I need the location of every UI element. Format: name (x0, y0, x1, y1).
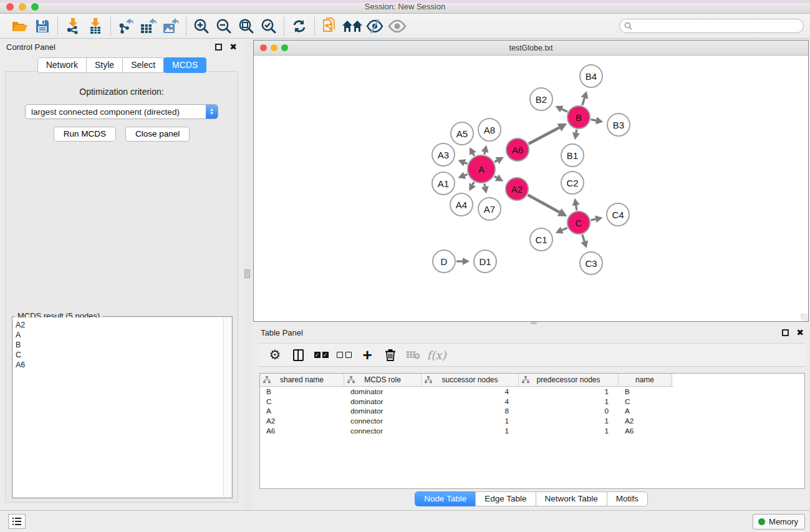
graph-node-D[interactable]: D (432, 249, 456, 273)
tab-motifs[interactable]: Motifs (607, 491, 648, 506)
cell-name: C (619, 397, 672, 406)
graph-node-C[interactable]: C (567, 211, 591, 235)
table-row[interactable]: A2connector11A2 (260, 416, 804, 426)
resize-grip-icon[interactable] (801, 314, 808, 321)
cell-predecessor-nodes: 1 (519, 417, 619, 425)
cell-shared-name: B (260, 387, 344, 396)
delete-column-icon[interactable] (381, 346, 400, 364)
table-row[interactable]: Bdominator41B (260, 387, 804, 397)
task-history-button[interactable] (8, 514, 26, 529)
graph-node-C3[interactable]: C3 (579, 251, 603, 275)
tab-network-table[interactable]: Network Table (536, 491, 607, 506)
tab-select[interactable]: Select (122, 57, 164, 73)
table-row[interactable]: A6connector11A6 (260, 426, 804, 436)
graph-node-A5[interactable]: A5 (450, 122, 474, 145)
node-table[interactable]: shared nameMCDS rolesuccessor nodesprede… (259, 373, 805, 489)
graph-node-A[interactable]: A (467, 155, 496, 183)
column-header-successor-nodes[interactable]: successor nodes (422, 374, 519, 386)
memory-button[interactable]: Memory (753, 514, 805, 530)
table-row[interactable]: Cdominator41C (260, 397, 804, 407)
graph-node-C1[interactable]: C1 (529, 228, 553, 251)
table-toolbar: ⚙ ✓✓ + f(x) (259, 343, 805, 367)
panel-divider[interactable] (243, 39, 252, 510)
cell-MCDS-role: connector (344, 427, 422, 435)
tab-node-table[interactable]: Node Table (415, 491, 476, 506)
zoom-out-icon[interactable] (213, 16, 235, 37)
network-title: testGlobe.txt (254, 44, 808, 52)
graph-node-B[interactable]: B (567, 105, 591, 129)
tab-style[interactable]: Style (86, 57, 123, 73)
export-image-icon[interactable] (160, 16, 182, 37)
zoom-selected-icon[interactable] (258, 16, 280, 37)
graph-node-A3[interactable]: A3 (432, 143, 455, 167)
add-column-icon[interactable]: + (358, 346, 377, 364)
search-box[interactable] (619, 19, 804, 33)
function-builder-icon[interactable]: f(x) (427, 346, 446, 364)
delete-table-icon[interactable] (404, 346, 423, 364)
gear-icon[interactable]: ⚙ (266, 346, 284, 364)
hide-panel-icon[interactable] (364, 16, 386, 37)
graph-node-B2[interactable]: B2 (529, 87, 553, 111)
result-item[interactable]: A (16, 330, 223, 340)
result-scrollbar[interactable] (223, 317, 231, 497)
import-network-icon[interactable] (62, 16, 84, 37)
result-item[interactable]: C (16, 350, 223, 360)
network-vscroll-thumb[interactable] (244, 269, 250, 278)
graph-node-B3[interactable]: B3 (607, 113, 630, 137)
cell-shared-name: A2 (260, 417, 344, 425)
select-all-icon[interactable]: ✓✓ (312, 346, 330, 364)
home-layout-icon[interactable] (341, 16, 364, 37)
close-panel-icon[interactable]: ✖ (229, 42, 237, 52)
search-input[interactable] (635, 21, 803, 32)
criterion-dropdown[interactable]: largest connected component (directed) ▲… (25, 104, 218, 119)
graph-node-A1[interactable]: A1 (432, 172, 455, 195)
column-header-MCDS-role[interactable]: MCDS role (344, 374, 422, 386)
column-header-predecessor-nodes[interactable]: predecessor nodes (519, 374, 619, 386)
import-table-icon[interactable] (84, 16, 107, 37)
mcds-result-list[interactable]: A2ABCA6 (13, 317, 223, 497)
show-panel-icon[interactable] (386, 16, 408, 37)
cell-shared-name: A (260, 407, 344, 415)
toolbar-separator (314, 17, 315, 36)
run-mcds-button[interactable]: Run MCDS (54, 127, 116, 142)
new-network-icon[interactable] (319, 16, 341, 37)
graph-node-A8[interactable]: A8 (478, 118, 501, 142)
memory-label: Memory (769, 517, 798, 526)
cell-name: A (619, 407, 672, 415)
column-header-shared-name[interactable]: shared name (260, 374, 344, 386)
result-item[interactable]: A2 (16, 320, 223, 330)
graph-node-C4[interactable]: C4 (606, 203, 630, 226)
tab-network[interactable]: Network (37, 57, 87, 73)
close-panel-button[interactable]: Close panel (125, 127, 190, 142)
result-item[interactable]: A6 (16, 360, 223, 370)
network-canvas[interactable]: AA5A8A3A1A4A7A6A2BB2B4B3B1CC2C4C1C3DD1 (254, 56, 808, 321)
result-item[interactable]: B (16, 340, 223, 350)
cell-MCDS-role: dominator (344, 397, 422, 406)
column-header-name[interactable]: name (619, 374, 672, 386)
graph-node-C2[interactable]: C2 (561, 171, 584, 195)
graph-node-B4[interactable]: B4 (579, 64, 603, 88)
graph-node-D1[interactable]: D1 (473, 249, 497, 273)
graph-node-A7[interactable]: A7 (478, 197, 501, 221)
graph-node-A4[interactable]: A4 (450, 193, 473, 216)
zoom-in-icon[interactable] (190, 16, 213, 37)
column-browser-icon[interactable] (289, 346, 307, 364)
export-table-icon[interactable] (137, 16, 160, 37)
zoom-fit-icon[interactable] (235, 16, 258, 37)
graph-node-B1[interactable]: B1 (561, 143, 584, 167)
table-tabs: Node TableEdge TableNetwork TableMotifs (252, 491, 810, 506)
deselect-all-icon[interactable] (335, 346, 354, 364)
table-row[interactable]: Adominator80A (260, 407, 804, 417)
graph-node-A2[interactable]: A2 (505, 177, 529, 201)
export-network-icon[interactable] (115, 16, 137, 37)
app-titlebar: Session: New Session (0, 0, 810, 14)
tab-mcds[interactable]: MCDS (163, 57, 206, 73)
table-float-icon[interactable] (782, 329, 789, 336)
tab-edge-table[interactable]: Edge Table (475, 491, 536, 506)
graph-node-A6[interactable]: A6 (506, 138, 529, 162)
open-session-icon[interactable] (9, 16, 31, 37)
refresh-icon[interactable] (288, 16, 311, 37)
save-session-icon[interactable] (31, 16, 54, 37)
table-close-icon[interactable]: ✖ (796, 327, 804, 337)
float-panel-icon[interactable] (215, 44, 222, 51)
